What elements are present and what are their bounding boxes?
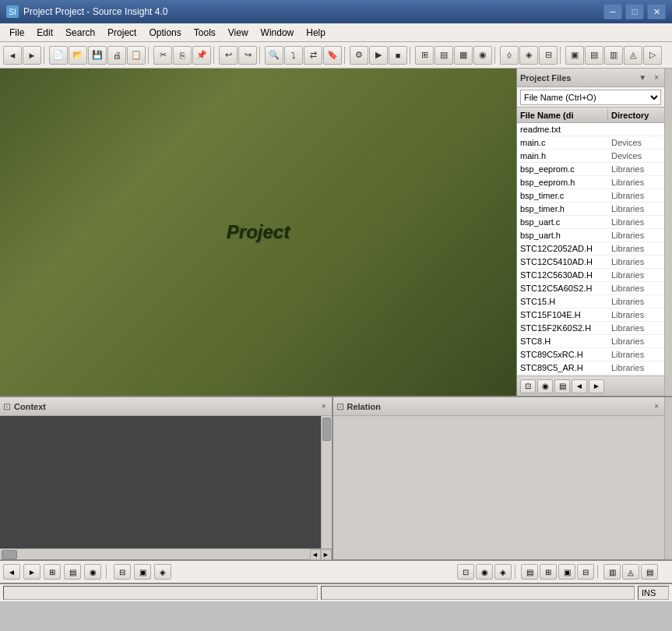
tb-redo[interactable]: ↪ [238, 46, 257, 65]
files-filter: File Name (Ctrl+O) [517, 87, 664, 108]
br-btn-4[interactable]: ▤ [521, 564, 538, 580]
bt-btn-8[interactable]: ◈ [154, 564, 171, 580]
hscroll-left[interactable]: ◄ [310, 549, 321, 560]
pt-btn-3[interactable]: ▤ [554, 379, 570, 393]
tb-proj3[interactable]: ▦ [454, 46, 473, 65]
tb-open[interactable]: 📂 [69, 46, 87, 65]
tb-new[interactable]: 📄 [49, 46, 68, 65]
file-row[interactable]: bsp_eeprom.hLibraries [517, 176, 664, 189]
menu-options[interactable]: Options [142, 26, 187, 40]
file-row[interactable]: STC89C5xRC.HLibraries [517, 348, 664, 361]
bt-btn-2[interactable]: ► [23, 564, 40, 580]
br-btn-2[interactable]: ◉ [476, 564, 493, 580]
tb-extra8[interactable]: ▷ [643, 46, 662, 65]
tb-clip[interactable]: 📋 [127, 46, 146, 65]
menu-edit[interactable]: Edit [30, 26, 59, 40]
bt-btn-7[interactable]: ▣ [134, 564, 151, 580]
menu-view[interactable]: View [222, 26, 255, 40]
bt-btn-3[interactable]: ⊞ [44, 564, 61, 580]
pt-btn-1[interactable]: ⊡ [520, 379, 536, 393]
pt-btn-2[interactable]: ◉ [537, 379, 553, 393]
minimize-button[interactable]: ─ [603, 4, 622, 19]
menu-search[interactable]: Search [59, 26, 101, 40]
tb-bookmark[interactable]: 🔖 [323, 46, 342, 65]
bt-btn-6[interactable]: ⊟ [114, 564, 131, 580]
menu-project[interactable]: Project [101, 26, 142, 40]
relation-panel-body[interactable] [333, 416, 665, 559]
close-button[interactable]: ✕ [647, 4, 666, 19]
file-row[interactable]: bsp_uart.cLibraries [517, 216, 664, 229]
br-btn-10[interactable]: ▤ [641, 564, 658, 580]
tb-run[interactable]: ▶ [369, 46, 388, 65]
files-list[interactable]: readme.txtmain.cDevicesmain.hDevicesbsp_… [517, 123, 664, 375]
file-row[interactable]: STC15F104E.HLibraries [517, 308, 664, 322]
tb-stop[interactable]: ■ [389, 46, 407, 65]
br-btn-5[interactable]: ⊞ [540, 564, 557, 580]
tb-back[interactable]: ◄ [3, 46, 22, 65]
file-row[interactable]: readme.txt [517, 123, 664, 136]
br-btn-3[interactable]: ◈ [494, 564, 512, 580]
context-close-btn[interactable]: × [319, 401, 329, 411]
tb-build[interactable]: ⚙ [350, 46, 368, 65]
menu-window[interactable]: Window [255, 26, 301, 40]
br-btn-8[interactable]: ▥ [603, 564, 621, 580]
file-row[interactable]: main.hDevices [517, 150, 664, 163]
file-row[interactable]: bsp_timer.cLibraries [517, 189, 664, 203]
tb-jump[interactable]: ⤵ [284, 46, 303, 65]
context-vscrollbar[interactable] [321, 416, 332, 548]
files-filter-select[interactable]: File Name (Ctrl+O) [520, 90, 661, 105]
file-row[interactable]: STC12C2052AD.HLibraries [517, 242, 664, 256]
tb-cut[interactable]: ✂ [153, 46, 172, 65]
tb-undo[interactable]: ↩ [219, 46, 237, 65]
br-btn-1[interactable]: ⊡ [457, 564, 474, 580]
file-row[interactable]: STC12C5410AD.HLibraries [517, 256, 664, 269]
tb-search[interactable]: 🔍 [265, 46, 283, 65]
file-name-cell: STC15F104E.H [517, 310, 608, 319]
tb-proj1[interactable]: ⊞ [415, 46, 434, 65]
tb-extra4[interactable]: ▣ [565, 46, 584, 65]
tb-forward[interactable]: ► [23, 46, 41, 65]
context-panel-body[interactable] [0, 416, 332, 548]
file-row[interactable]: main.cDevices [517, 136, 664, 150]
editor-area[interactable]: Project [0, 69, 516, 396]
file-row[interactable]: STC89C5_AR.HLibraries [517, 361, 664, 375]
pt-btn-4[interactable]: ◄ [572, 379, 587, 393]
tb-extra1[interactable]: ◊ [500, 46, 519, 65]
file-row[interactable]: bsp_eeprom.cLibraries [517, 163, 664, 176]
file-row[interactable]: bsp_uart.hLibraries [517, 229, 664, 242]
file-row[interactable]: STC8.HLibraries [517, 335, 664, 348]
tb-sym[interactable]: ◉ [473, 46, 492, 65]
tb-proj2[interactable]: ▤ [435, 46, 453, 65]
context-hscrollbar[interactable]: ◄ ► [0, 548, 332, 559]
br-btn-7[interactable]: ⊟ [577, 564, 594, 580]
tb-replace[interactable]: ⇄ [304, 46, 322, 65]
hscroll-right[interactable]: ► [321, 549, 332, 560]
maximize-button[interactable]: □ [625, 4, 644, 19]
file-row[interactable]: STC15.HLibraries [517, 295, 664, 308]
tb-print[interactable]: 🖨 [107, 46, 126, 65]
br-btn-9[interactable]: ◬ [622, 564, 639, 580]
bt-btn-5[interactable]: ◉ [84, 564, 101, 580]
tb-extra3[interactable]: ⊟ [539, 46, 558, 65]
panel-pin-btn[interactable]: ▼ [636, 72, 649, 83]
pt-btn-5[interactable]: ► [589, 379, 604, 393]
bt-btn-1[interactable]: ◄ [3, 564, 20, 580]
tb-extra5[interactable]: ▤ [585, 46, 603, 65]
file-row[interactable]: STC15F2K60S2.HLibraries [517, 322, 664, 335]
panel-close-btn[interactable]: × [652, 72, 661, 83]
bt-btn-4[interactable]: ▤ [64, 564, 81, 580]
file-row[interactable]: STC12C5630AD.HLibraries [517, 269, 664, 282]
tb-paste[interactable]: 📌 [192, 46, 211, 65]
relation-close-btn[interactable]: × [652, 401, 661, 411]
tb-save[interactable]: 💾 [88, 46, 107, 65]
file-row[interactable]: bsp_timer.hLibraries [517, 203, 664, 216]
menu-tools[interactable]: Tools [188, 26, 222, 40]
tb-extra7[interactable]: ◬ [624, 46, 642, 65]
tb-extra6[interactable]: ▥ [604, 46, 623, 65]
br-btn-6[interactable]: ▣ [558, 564, 575, 580]
tb-copy[interactable]: ⎘ [173, 46, 192, 65]
menu-file[interactable]: File [3, 26, 30, 40]
menu-help[interactable]: Help [300, 26, 332, 40]
file-row[interactable]: STC12C5A60S2.HLibraries [517, 282, 664, 295]
tb-extra2[interactable]: ◈ [519, 46, 538, 65]
